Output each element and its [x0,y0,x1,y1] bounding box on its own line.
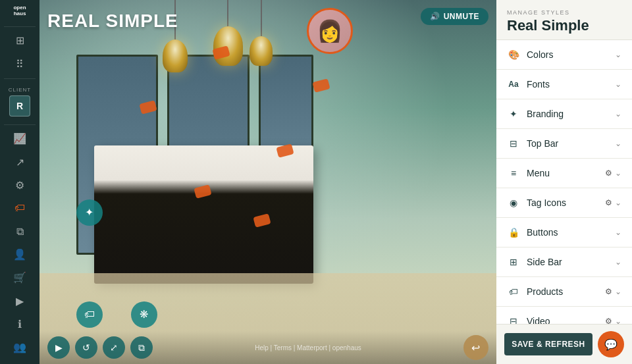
fonts-icon: Aa [507,78,520,91]
fonts-actions: ⌄ [615,80,621,89]
unmute-button[interactable]: 🔊 UNMUTE [421,8,488,25]
menu-label: Menu [527,168,605,178]
tag-icons-actions: ⚙ ⌄ [605,198,621,207]
branding-icon: ✦ [507,107,520,120]
sidebar-icon-info[interactable]: ℹ [8,315,32,334]
tag-icons-gear-icon[interactable]: ⚙ [605,198,612,207]
branding-label: Branding [527,109,615,119]
app-title: REAL SIMPLE [47,11,178,32]
menu-actions: ⚙ ⌄ [605,169,621,178]
sidebar-icon-apps[interactable]: ⠿ [8,55,32,74]
save-section: SAVE & REFRESH 💬 [496,324,632,364]
branding-actions: ⌄ [615,109,621,118]
sidebar-icon-user[interactable]: 👤 [8,245,32,264]
sparkle-float-icon[interactable]: ✦ [76,199,103,226]
manage-styles-label: MANAGE STYLES [507,9,621,16]
sidebar-icon-chart[interactable]: 📈 [8,129,32,148]
top-bar-actions: ⌄ [615,139,621,148]
main-content: ✦ 🏷 ❋ REAL SIMPLE 🔊 UNMUTE ▶ ↺ ⤢ ⧉ Help … [40,0,496,364]
menu-gear-icon[interactable]: ⚙ [605,169,612,178]
panel-item-colors[interactable]: 🎨 Colors ⌄ [496,40,632,70]
products-chevron-icon: ⌄ [615,287,621,296]
branding-chevron-icon: ⌄ [615,109,621,118]
products-gear-icon[interactable]: ⚙ [605,287,612,296]
expand-button[interactable]: ⤢ [103,336,125,359]
layers-button[interactable]: ⧉ [130,336,153,359]
chat-icon: 💬 [604,338,618,351]
panel-item-branding[interactable]: ✦ Branding ⌄ [496,99,632,129]
colors-chevron-icon: ⌄ [615,50,621,59]
save-refresh-button[interactable]: SAVE & REFRESH [504,333,592,355]
sidebar-icon-layers[interactable]: ⧉ [8,222,32,241]
client-badge[interactable]: R [9,95,30,117]
buttons-icon: 🔒 [507,226,520,239]
video-actions: ⚙ ⌄ [605,317,621,324]
sidebar-icon-users[interactable]: 👥 [8,338,32,357]
colors-icon: 🎨 [507,48,520,61]
side-bar-icon: ⊞ [507,255,520,269]
panel-item-fonts[interactable]: Aa Fonts ⌄ [496,70,632,99]
sidebar-icon-share[interactable]: ↗ [8,153,32,172]
side-bar-label: Side Bar [527,257,615,267]
panel-item-side-bar[interactable]: ⊞ Side Bar ⌄ [496,247,632,277]
play-button[interactable]: ▶ [47,336,70,359]
float-tag-4 [313,78,330,93]
tag-icons-icon: ◉ [507,196,520,209]
avatar-image: 👩 [317,18,343,43]
video-gear-icon[interactable]: ⚙ [605,317,612,324]
tag-icons-label: Tag Icons [527,197,605,208]
kitchen-island [94,145,313,284]
buttons-chevron-icon: ⌄ [615,228,621,237]
sidebar-icon-settings[interactable]: ⚙ [8,176,32,195]
panel-item-buttons[interactable]: 🔒 Buttons ⌄ [496,218,632,247]
pendant-3 [250,0,273,66]
video-icon: ⊟ [507,315,520,324]
sidebar-icon-cart[interactable]: 🛒 [8,268,32,287]
panel-header: MANAGE STYLES Real Simple [496,0,632,40]
colors-actions: ⌄ [615,50,621,59]
products-label: Products [527,286,605,297]
speaker-icon: 🔊 [430,12,440,21]
side-bar-chevron-icon: ⌄ [615,257,621,267]
tag-multi-float-icon[interactable]: 🏷 [76,301,103,328]
top-bar-chevron-icon: ⌄ [615,139,621,148]
bubbles-float-icon[interactable]: ❋ [131,301,157,328]
tag-icons-chevron-icon: ⌄ [615,198,621,207]
sidebar-icon-grid[interactable]: ⊞ [8,31,32,50]
buttons-actions: ⌄ [615,228,621,237]
share-button[interactable]: ↩ [463,335,488,360]
bottom-controls: ▶ ↺ ⤢ ⧉ [47,336,153,359]
sidebar-icon-tag[interactable]: 🏷 [8,199,32,218]
unmute-label: UNMUTE [444,12,479,21]
panel-item-menu[interactable]: ≡ Menu ⚙ ⌄ [496,159,632,188]
rotate-button[interactable]: ↺ [75,336,97,359]
right-panel: MANAGE STYLES Real Simple 🎨 Colors ⌄ Aa … [496,0,632,364]
menu-icon: ≡ [507,167,520,180]
buttons-label: Buttons [527,227,615,238]
panel-item-video[interactable]: ⊟ Video ⚙ ⌄ [496,307,632,324]
kitchen-scene: ✦ 🏷 ❋ REAL SIMPLE 🔊 UNMUTE ▶ ↺ ⤢ ⧉ Help … [40,0,496,364]
client-section: CLIENT R [9,87,31,117]
panel-item-top-bar[interactable]: ⊟ Top Bar ⌄ [496,129,632,159]
panel-items: 🎨 Colors ⌄ Aa Fonts ⌄ ✦ Branding ⌄ ⊟ Top… [496,40,632,324]
side-bar-actions: ⌄ [615,257,621,267]
bottom-bar: ▶ ↺ ⤢ ⧉ Help | Terms | Matterport | open… [40,331,496,364]
logo-text: openhaus [13,5,26,17]
brand-title: Real Simple [507,17,621,34]
panel-item-tag-icons[interactable]: ◉ Tag Icons ⚙ ⌄ [496,188,632,218]
products-icon: 🏷 [507,285,520,298]
top-bar-label: Top Bar [527,138,615,149]
panel-item-products[interactable]: 🏷 Products ⚙ ⌄ [496,277,632,307]
left-sidebar: openhaus ⊞ ⠿ CLIENT R 📈 ↗ ⚙ 🏷 ⧉ 👤 🛒 ▶ ℹ … [0,0,40,364]
share-icon: ↩ [471,342,480,354]
chat-button[interactable]: 💬 [598,331,624,357]
bottom-text: Help | Terms | Matterport | openhaus [255,344,361,351]
client-label: CLIENT [9,87,31,93]
video-label: Video [527,316,605,324]
colors-label: Colors [527,49,615,60]
sidebar-icon-video[interactable]: ▶ [8,292,32,311]
fonts-label: Fonts [527,79,615,90]
top-bar-icon: ⊟ [507,137,520,150]
video-chevron-icon: ⌄ [615,317,621,324]
menu-chevron-icon: ⌄ [615,169,621,178]
